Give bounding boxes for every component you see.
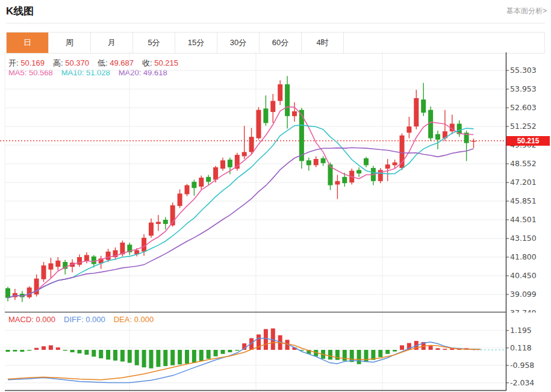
- macd-chart[interactable]: 1.1950.118-0.958-2.034: [0, 313, 551, 391]
- svg-text:45.851: 45.851: [510, 196, 537, 205]
- svg-text:37.749: 37.749: [510, 308, 537, 313]
- tab-60min[interactable]: 60分: [260, 33, 302, 53]
- tab-5min[interactable]: 5分: [133, 33, 175, 53]
- svg-text:-0.958: -0.958: [510, 361, 534, 370]
- svg-text:-2.034: -2.034: [510, 378, 534, 387]
- tab-4hour[interactable]: 4时: [302, 33, 344, 53]
- tab-month[interactable]: 月: [91, 33, 133, 53]
- macd-svg: 1.1950.118-0.958-2.034: [0, 313, 551, 391]
- tab-15min[interactable]: 15分: [175, 33, 217, 53]
- svg-text:43.150: 43.150: [510, 234, 537, 243]
- svg-text:0.118: 0.118: [510, 343, 532, 352]
- header-divider: [6, 23, 545, 23]
- current-price-tag: 50.215: [506, 136, 550, 146]
- svg-text:53.953: 53.953: [510, 84, 537, 93]
- svg-text:48.552: 48.552: [510, 159, 537, 168]
- svg-text:52.603: 52.603: [510, 103, 537, 112]
- svg-text:40.450: 40.450: [510, 271, 537, 280]
- fundamental-analysis-link[interactable]: 基本面分析>: [506, 6, 547, 16]
- tab-30min[interactable]: 30分: [217, 33, 260, 53]
- tab-week[interactable]: 周: [49, 33, 91, 53]
- candlestick-svg: 55.30353.95352.60351.25249.90248.55247.2…: [0, 51, 551, 313]
- candlestick-chart[interactable]: 55.30353.95352.60351.25249.90248.55247.2…: [0, 51, 551, 313]
- page-title: K线图: [6, 4, 34, 18]
- svg-text:1.195: 1.195: [510, 326, 532, 335]
- svg-text:47.201: 47.201: [510, 178, 537, 187]
- interval-tab-strip: 日周月5分15分30分60分4时: [6, 32, 545, 54]
- svg-text:51.252: 51.252: [510, 122, 537, 131]
- svg-text:39.099: 39.099: [510, 290, 537, 299]
- svg-text:55.303: 55.303: [510, 66, 537, 75]
- svg-text:44.501: 44.501: [510, 215, 537, 224]
- svg-text:41.800: 41.800: [510, 252, 537, 261]
- tab-day[interactable]: 日: [7, 33, 49, 53]
